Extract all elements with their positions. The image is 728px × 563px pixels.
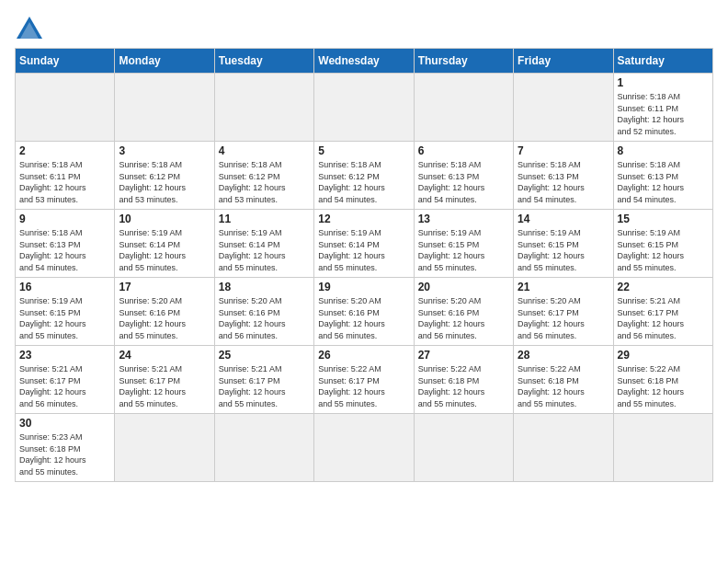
day-info: Sunrise: 5:18 AM Sunset: 6:13 PM Dayligh…: [418, 159, 509, 205]
calendar-cell: 9Sunrise: 5:18 AM Sunset: 6:13 PM Daylig…: [16, 210, 115, 278]
day-info: Sunrise: 5:22 AM Sunset: 6:18 PM Dayligh…: [618, 363, 709, 409]
day-info: Sunrise: 5:18 AM Sunset: 6:12 PM Dayligh…: [318, 159, 409, 205]
day-number: 26: [318, 349, 409, 362]
calendar-cell: [414, 74, 513, 142]
calendar-cell: 27Sunrise: 5:22 AM Sunset: 6:18 PM Dayli…: [414, 346, 513, 414]
day-number: 11: [219, 213, 310, 225]
calendar-cell: 1Sunrise: 5:18 AM Sunset: 6:11 PM Daylig…: [613, 74, 712, 142]
day-number: 3: [119, 144, 210, 157]
day-info: Sunrise: 5:18 AM Sunset: 6:12 PM Dayligh…: [219, 159, 310, 205]
calendar-cell: [214, 74, 313, 142]
calendar-cell: 13Sunrise: 5:19 AM Sunset: 6:15 PM Dayli…: [414, 210, 513, 278]
day-number: 22: [618, 281, 709, 293]
day-number: 28: [518, 349, 609, 362]
calendar-cell: 30Sunrise: 5:23 AM Sunset: 6:18 PM Dayli…: [16, 414, 115, 482]
calendar-cell: [514, 414, 613, 482]
calendar-cell: [314, 74, 414, 142]
calendar-cell: 10Sunrise: 5:19 AM Sunset: 6:14 PM Dayli…: [115, 210, 214, 278]
day-number: 25: [219, 349, 310, 362]
day-info: Sunrise: 5:19 AM Sunset: 6:15 PM Dayligh…: [418, 227, 509, 273]
calendar-cell: 18Sunrise: 5:20 AM Sunset: 6:16 PM Dayli…: [214, 278, 313, 346]
day-number: 9: [19, 213, 110, 225]
calendar-cell: 6Sunrise: 5:18 AM Sunset: 6:13 PM Daylig…: [414, 142, 513, 210]
calendar-cell: 11Sunrise: 5:19 AM Sunset: 6:14 PM Dayli…: [214, 210, 313, 278]
calendar-cell: 25Sunrise: 5:21 AM Sunset: 6:17 PM Dayli…: [214, 346, 313, 414]
calendar-cell: 14Sunrise: 5:19 AM Sunset: 6:15 PM Dayli…: [514, 210, 613, 278]
calendar-cell: 5Sunrise: 5:18 AM Sunset: 6:12 PM Daylig…: [314, 142, 414, 210]
calendar-cell: 26Sunrise: 5:22 AM Sunset: 6:17 PM Dayli…: [314, 346, 414, 414]
calendar-cell: 19Sunrise: 5:20 AM Sunset: 6:16 PM Dayli…: [314, 278, 414, 346]
day-info: Sunrise: 5:21 AM Sunset: 6:17 PM Dayligh…: [219, 363, 310, 409]
col-header-thursday: Thursday: [414, 49, 513, 74]
day-info: Sunrise: 5:20 AM Sunset: 6:17 PM Dayligh…: [518, 295, 609, 341]
day-info: Sunrise: 5:18 AM Sunset: 6:12 PM Dayligh…: [119, 159, 210, 205]
day-number: 17: [119, 281, 210, 293]
day-info: Sunrise: 5:21 AM Sunset: 6:17 PM Dayligh…: [119, 363, 210, 409]
day-number: 18: [219, 281, 310, 293]
day-number: 27: [418, 349, 509, 362]
col-header-friday: Friday: [514, 49, 613, 74]
day-number: 5: [318, 144, 409, 157]
page-header: [15, 15, 713, 40]
calendar-table: SundayMondayTuesdayWednesdayThursdayFrid…: [15, 48, 713, 482]
day-info: Sunrise: 5:22 AM Sunset: 6:18 PM Dayligh…: [418, 363, 509, 409]
day-info: Sunrise: 5:18 AM Sunset: 6:11 PM Dayligh…: [19, 159, 110, 205]
day-number: 6: [418, 144, 509, 157]
day-info: Sunrise: 5:19 AM Sunset: 6:14 PM Dayligh…: [119, 227, 210, 273]
day-info: Sunrise: 5:22 AM Sunset: 6:18 PM Dayligh…: [518, 363, 609, 409]
calendar-cell: 24Sunrise: 5:21 AM Sunset: 6:17 PM Dayli…: [115, 346, 214, 414]
day-number: 21: [518, 281, 609, 293]
calendar-cell: [115, 74, 214, 142]
calendar-cell: [16, 74, 115, 142]
day-info: Sunrise: 5:18 AM Sunset: 6:13 PM Dayligh…: [19, 227, 110, 273]
day-number: 16: [19, 281, 110, 293]
calendar-cell: 17Sunrise: 5:20 AM Sunset: 6:16 PM Dayli…: [115, 278, 214, 346]
logo-icon: [15, 15, 44, 40]
day-info: Sunrise: 5:21 AM Sunset: 6:17 PM Dayligh…: [618, 295, 709, 341]
col-header-monday: Monday: [115, 49, 214, 74]
calendar-cell: [115, 414, 214, 482]
calendar-cell: 4Sunrise: 5:18 AM Sunset: 6:12 PM Daylig…: [214, 142, 313, 210]
calendar-cell: [514, 74, 613, 142]
calendar-cell: [613, 414, 712, 482]
day-info: Sunrise: 5:18 AM Sunset: 6:13 PM Dayligh…: [618, 159, 709, 205]
day-number: 24: [119, 349, 210, 362]
calendar-cell: 22Sunrise: 5:21 AM Sunset: 6:17 PM Dayli…: [613, 278, 712, 346]
calendar-cell: 2Sunrise: 5:18 AM Sunset: 6:11 PM Daylig…: [16, 142, 115, 210]
calendar-cell: 21Sunrise: 5:20 AM Sunset: 6:17 PM Dayli…: [514, 278, 613, 346]
day-info: Sunrise: 5:20 AM Sunset: 6:16 PM Dayligh…: [418, 295, 509, 341]
day-info: Sunrise: 5:19 AM Sunset: 6:15 PM Dayligh…: [618, 227, 709, 273]
calendar-cell: [414, 414, 513, 482]
day-number: 29: [618, 349, 709, 362]
calendar-cell: 29Sunrise: 5:22 AM Sunset: 6:18 PM Dayli…: [613, 346, 712, 414]
day-info: Sunrise: 5:19 AM Sunset: 6:14 PM Dayligh…: [219, 227, 310, 273]
day-number: 4: [219, 144, 310, 157]
day-number: 2: [19, 144, 110, 157]
day-info: Sunrise: 5:22 AM Sunset: 6:17 PM Dayligh…: [318, 363, 409, 409]
calendar-cell: 16Sunrise: 5:19 AM Sunset: 6:15 PM Dayli…: [16, 278, 115, 346]
col-header-wednesday: Wednesday: [314, 49, 414, 74]
day-info: Sunrise: 5:18 AM Sunset: 6:11 PM Dayligh…: [618, 91, 709, 137]
calendar-cell: 23Sunrise: 5:21 AM Sunset: 6:17 PM Dayli…: [16, 346, 115, 414]
day-info: Sunrise: 5:19 AM Sunset: 6:14 PM Dayligh…: [318, 227, 409, 273]
calendar-cell: 7Sunrise: 5:18 AM Sunset: 6:13 PM Daylig…: [514, 142, 613, 210]
calendar-cell: [314, 414, 414, 482]
calendar-cell: 20Sunrise: 5:20 AM Sunset: 6:16 PM Dayli…: [414, 278, 513, 346]
day-info: Sunrise: 5:21 AM Sunset: 6:17 PM Dayligh…: [19, 363, 110, 409]
day-number: 19: [318, 281, 409, 293]
day-number: 14: [518, 213, 609, 225]
day-number: 10: [119, 213, 210, 225]
calendar-cell: 28Sunrise: 5:22 AM Sunset: 6:18 PM Dayli…: [514, 346, 613, 414]
day-number: 1: [618, 76, 709, 89]
day-number: 30: [19, 417, 110, 430]
day-number: 20: [418, 281, 509, 293]
calendar-cell: [214, 414, 313, 482]
day-number: 23: [19, 349, 110, 362]
col-header-sunday: Sunday: [16, 49, 115, 74]
day-info: Sunrise: 5:18 AM Sunset: 6:13 PM Dayligh…: [518, 159, 609, 205]
calendar-cell: 12Sunrise: 5:19 AM Sunset: 6:14 PM Dayli…: [314, 210, 414, 278]
calendar-cell: 15Sunrise: 5:19 AM Sunset: 6:15 PM Dayli…: [613, 210, 712, 278]
logo: [15, 15, 48, 40]
day-number: 15: [618, 213, 709, 225]
calendar-cell: 8Sunrise: 5:18 AM Sunset: 6:13 PM Daylig…: [613, 142, 712, 210]
